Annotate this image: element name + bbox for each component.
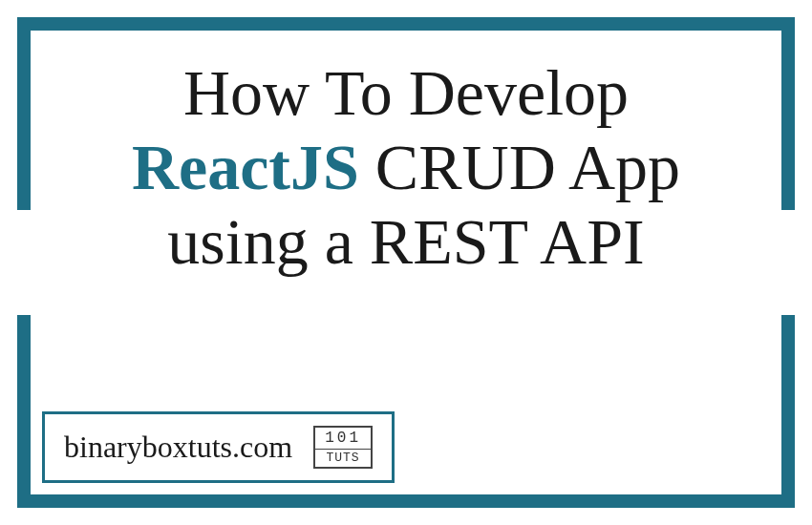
title-line-3: using a REST API: [57, 204, 755, 279]
title-line-1: How To Develop: [57, 55, 755, 130]
frame-notch-right: [768, 210, 802, 315]
frame-notch-left: [10, 210, 44, 315]
logo-icon: 101 TUTS: [313, 426, 373, 469]
footer-site-text: binaryboxtuts.com: [64, 430, 292, 465]
title-line-2-suffix: CRUD App: [359, 131, 680, 203]
logo-top-text: 101: [315, 428, 371, 450]
logo-bottom-text: TUTS: [315, 450, 371, 467]
title-block: How To Develop ReactJS CRUD App using a …: [57, 55, 755, 280]
footer-box: binaryboxtuts.com 101 TUTS: [42, 411, 395, 483]
title-line-2: ReactJS CRUD App: [57, 130, 755, 204]
title-highlight-reactjs: ReactJS: [132, 131, 359, 203]
